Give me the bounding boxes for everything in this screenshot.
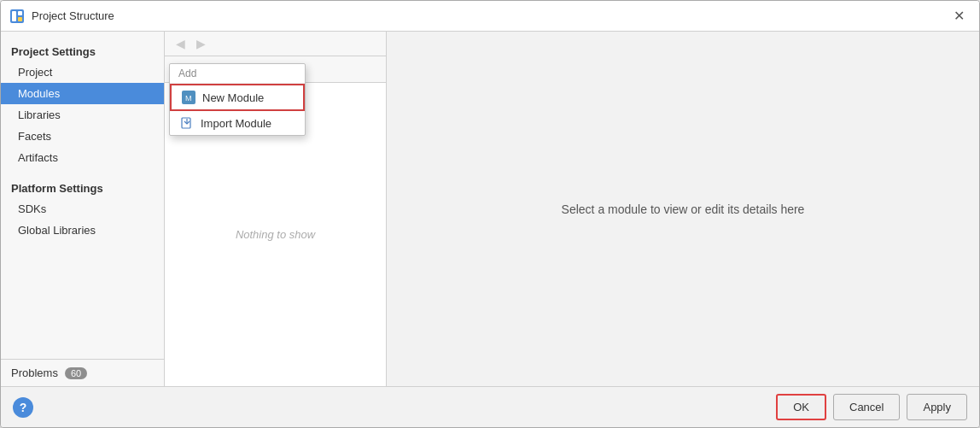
cancel-button[interactable]: Cancel	[833, 394, 900, 420]
svg-rect-2	[18, 11, 22, 15]
bottom-bar: ? OK Cancel Apply	[1, 386, 979, 427]
problems-label: Problems	[11, 366, 58, 379]
problems-badge: 60	[65, 367, 87, 379]
add-dropdown-menu: Add M New Module Import Module	[169, 63, 306, 136]
new-module-icon: M	[182, 91, 195, 104]
main-content: Project Settings Project Modules Librari…	[1, 32, 979, 386]
svg-text:M: M	[185, 94, 192, 103]
bottom-buttons: OK Cancel Apply	[776, 394, 967, 420]
nav-arrows: ◀ ▶	[165, 32, 386, 56]
back-button[interactable]: ◀	[172, 35, 189, 52]
sidebar-item-project[interactable]: Project	[1, 62, 164, 83]
import-module-item[interactable]: Import Module	[170, 111, 305, 135]
right-panel-placeholder: Select a module to view or edit its deta…	[562, 202, 805, 216]
sidebar-item-modules[interactable]: Modules	[1, 83, 164, 104]
sidebar-item-global-libraries[interactable]: Global Libraries	[1, 220, 164, 241]
title-bar: Project Structure ✕	[1, 1, 979, 32]
sidebar-nav: Project Settings Project Modules Librari…	[1, 32, 164, 359]
dropdown-header: Add	[170, 64, 305, 84]
svg-rect-1	[12, 11, 16, 21]
platform-settings-header: Platform Settings	[1, 175, 164, 198]
right-panel: Select a module to view or edit its deta…	[387, 32, 979, 386]
ok-button[interactable]: OK	[776, 394, 826, 420]
sidebar: Project Settings Project Modules Librari…	[1, 32, 165, 386]
help-button[interactable]: ?	[13, 397, 33, 418]
project-structure-window: Project Structure ✕ Project Settings Pro…	[0, 0, 980, 428]
new-module-item[interactable]: M New Module	[170, 84, 305, 111]
forward-button[interactable]: ▶	[192, 35, 209, 52]
sidebar-item-sdks[interactable]: SDKs	[1, 198, 164, 220]
apply-button[interactable]: Apply	[907, 394, 967, 420]
import-module-icon	[180, 116, 194, 130]
close-button[interactable]: ✕	[947, 4, 971, 28]
sidebar-item-libraries[interactable]: Libraries	[1, 104, 164, 126]
sidebar-item-facets[interactable]: Facets	[1, 126, 164, 147]
new-module-label: New Module	[202, 91, 264, 104]
project-settings-header: Project Settings	[1, 38, 164, 62]
sidebar-item-artifacts[interactable]: Artifacts	[1, 147, 164, 168]
import-module-label: Import Module	[201, 117, 271, 130]
window-icon	[9, 9, 25, 24]
window-title: Project Structure	[32, 9, 947, 22]
svg-rect-3	[18, 17, 22, 21]
problems-section[interactable]: Problems 60	[1, 359, 164, 386]
